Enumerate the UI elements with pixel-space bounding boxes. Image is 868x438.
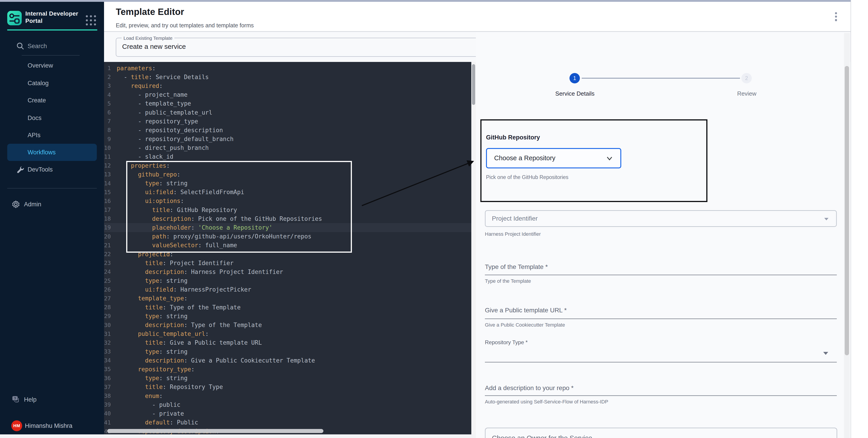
code-line-text: description: Type of the Template [117, 322, 262, 328]
code-line[interactable]: 30 description: Type of the Template [104, 321, 471, 329]
code-line[interactable]: 18 description: Pick one of the GitHub R… [104, 214, 471, 223]
code-line[interactable]: 12 properties: [104, 161, 471, 170]
code-line-text: default: Public [117, 419, 198, 426]
code-line-text: projectId: [117, 251, 173, 258]
code-line[interactable]: 11 - slack_id [104, 152, 471, 161]
code-line[interactable]: 26 ui:field: HarnessProjectPicker [104, 285, 471, 294]
code-line[interactable]: 36 type: string [104, 374, 471, 383]
code-line[interactable]: 8 - repositoty_description [104, 126, 471, 134]
template-type-field-label: Type of the Template * [485, 263, 548, 271]
code-line[interactable]: 39 - public [104, 400, 471, 409]
sidebar-item-workflows[interactable]: Workflows [7, 144, 97, 161]
sidebar-item-docs[interactable]: Docs [7, 112, 97, 124]
code-line[interactable]: 9 - repository_default_branch [104, 135, 471, 143]
user-name: Himanshu Mishra [25, 419, 72, 433]
code-line-text: - private [117, 410, 184, 417]
stepper-step-1[interactable]: 1 [569, 73, 580, 83]
public-template-url-input[interactable] [485, 318, 837, 319]
sidebar-item-label: Overview [28, 59, 53, 72]
code-line-text: type: string [117, 277, 187, 284]
code-line[interactable]: 10 - direct_push_branch [104, 143, 471, 152]
code-line[interactable]: 22 projectId: [104, 250, 471, 259]
code-line[interactable]: 28 title: Type of the Template [104, 303, 471, 312]
code-line-text: template_type: [117, 295, 187, 302]
code-line[interactable]: 21 valueSelector: full_name [104, 241, 471, 250]
code-line[interactable]: 14 type: string [104, 179, 471, 188]
app-logo[interactable] [7, 11, 22, 25]
line-number: 37 [104, 384, 117, 390]
gear-icon [12, 200, 20, 208]
code-line[interactable]: 23 title: Project Identifier [104, 259, 471, 267]
code-line[interactable]: 1parameters: [104, 64, 471, 72]
code-line[interactable]: 13 github_repo: [104, 170, 471, 179]
sidebar-user[interactable]: HM Himanshu Mishra [7, 419, 97, 433]
editor-horizontal-scrollbar-thumb[interactable] [107, 429, 323, 433]
line-number: 17 [104, 207, 117, 213]
sidebar-item-overview[interactable]: Overview [7, 59, 97, 72]
code-line-text: - project_name [117, 91, 187, 98]
line-number: 20 [104, 233, 117, 240]
sidebar-item-devtools[interactable]: DevTools [7, 163, 97, 176]
code-line[interactable]: 38 enum: [104, 392, 471, 400]
line-number: 33 [104, 348, 117, 355]
sidebar-item-help[interactable]: ? Help [7, 393, 97, 406]
sidebar-search[interactable]: Search [7, 40, 97, 53]
sidebar-item-apis[interactable]: APIs [7, 129, 97, 141]
code-line-text: ui:options: [117, 198, 184, 204]
code-line[interactable]: 15 ui:field: SelectFieldFromApi [104, 188, 471, 197]
chevron-down-icon [606, 156, 613, 161]
code-line[interactable]: 29 type: string [104, 312, 471, 321]
search-icon [16, 42, 24, 50]
sidebar-item-catalog[interactable]: Catalog [7, 77, 97, 90]
code-line[interactable]: 24 description: Harness Project Identifi… [104, 267, 471, 276]
repository-type-select[interactable] [485, 362, 837, 363]
code-line[interactable]: 25 type: string [104, 276, 471, 285]
code-line[interactable]: 31 public_template_url: [104, 330, 471, 338]
code-line[interactable]: 40 - private [104, 409, 471, 418]
code-line[interactable]: 20 path: proxy/github-api/users/OrkoHunt… [104, 232, 471, 241]
public-template-url-field-label: Give a Public template URL * [485, 307, 567, 314]
wrench-icon [16, 165, 24, 174]
line-number: 2 [104, 74, 117, 80]
line-number: 8 [104, 127, 117, 133]
line-number: 29 [104, 313, 117, 319]
code-line[interactable]: 34 description: Give a Public Cookiecutt… [104, 356, 471, 365]
code-line[interactable]: 16 ui:options: [104, 197, 471, 205]
template-type-input[interactable] [485, 275, 837, 275]
repo-description-input[interactable] [485, 395, 837, 396]
stepper-step-2[interactable]: 2 [741, 73, 752, 83]
editor-vertical-scrollbar-thumb[interactable] [472, 64, 475, 105]
dropdown-arrow-icon [823, 352, 828, 355]
more-options-icon[interactable] [834, 12, 838, 22]
sidebar-item-admin[interactable]: Admin [7, 198, 97, 211]
editor-vertical-scrollbar[interactable] [471, 62, 476, 434]
owner-select[interactable]: Choose an Owner for the Service [485, 428, 837, 438]
code-line[interactable]: 5 - template_type [104, 99, 471, 108]
code-line[interactable]: 6 - public_template_url [104, 108, 471, 117]
sidebar-item-create[interactable]: Create [7, 94, 97, 107]
code-line[interactable]: 27 template_type: [104, 294, 471, 303]
code-line[interactable]: 4 - project_name [104, 91, 471, 99]
repo-description-field-label: Add a description to your repo * [485, 384, 574, 392]
editor-horizontal-scrollbar[interactable] [104, 429, 471, 434]
line-number: 15 [104, 189, 117, 196]
code-line[interactable]: 37 title: Repository Type [104, 383, 471, 392]
code-line[interactable]: 32 title: Give a Public template URL [104, 338, 471, 347]
line-number: 12 [104, 162, 117, 169]
code-line[interactable]: 19 placeholder: 'Choose a Repository' [104, 223, 471, 232]
code-line-text: parameters: [117, 65, 156, 72]
project-identifier-select[interactable]: Project Identifier [485, 210, 837, 227]
code-line[interactable]: 33 type: string [104, 347, 471, 356]
github-repository-select[interactable]: Choose a Repository [486, 148, 621, 168]
line-number: 36 [104, 375, 117, 381]
yaml-code-editor[interactable]: 1parameters:2 - title: Service Details3 … [104, 62, 471, 434]
code-line[interactable]: 3 required: [104, 81, 471, 90]
code-line[interactable]: 41 default: Public [104, 418, 471, 427]
code-line[interactable]: 2 - title: Service Details [104, 72, 471, 81]
code-line-text: required: [117, 82, 163, 89]
code-line[interactable]: 35 repository_type: [104, 365, 471, 374]
apps-grid-icon[interactable] [85, 14, 97, 26]
code-line[interactable]: 7 - repository_type [104, 117, 471, 126]
page-scrollbar-thumb[interactable] [845, 66, 849, 355]
code-line[interactable]: 17 title: GitHub Repository [104, 205, 471, 214]
